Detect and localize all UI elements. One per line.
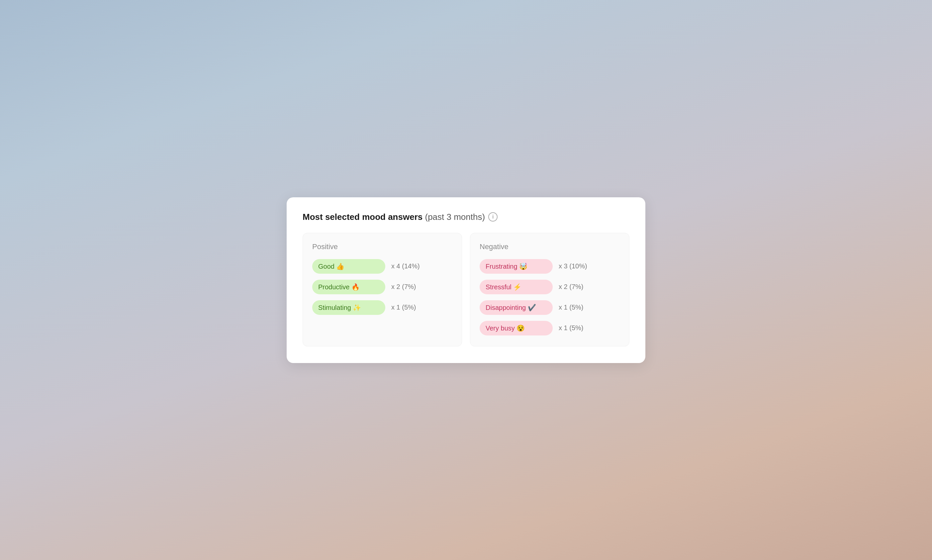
- info-icon[interactable]: i: [488, 212, 498, 222]
- mood-count-productive: x 2 (7%): [391, 283, 416, 291]
- mood-count-very-busy: x 1 (5%): [559, 324, 583, 332]
- mood-row: Stimulating ✨ x 1 (5%): [312, 300, 452, 315]
- columns: Positive Good 👍 x 4 (14%) Productive 🔥 x…: [303, 233, 629, 346]
- negative-column: Negative Frustrating 🤯 x 3 (10%) Stressf…: [470, 233, 629, 346]
- mood-tag-disappointing: Disappointing ✔️: [480, 300, 553, 315]
- mood-count-stimulating: x 1 (5%): [391, 303, 416, 311]
- mood-tag-productive: Productive 🔥: [312, 280, 385, 294]
- mood-answers-card: Most selected mood answers (past 3 month…: [287, 197, 645, 363]
- positive-column: Positive Good 👍 x 4 (14%) Productive 🔥 x…: [303, 233, 462, 346]
- card-header: Most selected mood answers (past 3 month…: [303, 212, 629, 222]
- mood-count-good: x 4 (14%): [391, 262, 420, 270]
- mood-row: Productive 🔥 x 2 (7%): [312, 280, 452, 294]
- mood-tag-good: Good 👍: [312, 259, 385, 274]
- card-subtitle: (past 3 months): [425, 212, 485, 222]
- mood-tag-very-busy: Very busy 😵: [480, 321, 553, 335]
- mood-tag-stimulating: Stimulating ✨: [312, 300, 385, 315]
- mood-row: Stressful ⚡ x 2 (7%): [480, 280, 620, 294]
- card-title: Most selected mood answers (past 3 month…: [303, 212, 485, 222]
- positive-column-title: Positive: [312, 243, 452, 251]
- mood-row: Disappointing ✔️ x 1 (5%): [480, 300, 620, 315]
- mood-count-stressful: x 2 (7%): [559, 283, 583, 291]
- mood-row: Good 👍 x 4 (14%): [312, 259, 452, 274]
- mood-row: Frustrating 🤯 x 3 (10%): [480, 259, 620, 274]
- negative-column-title: Negative: [480, 243, 620, 251]
- mood-count-frustrating: x 3 (10%): [559, 262, 587, 270]
- card-title-text: Most selected mood answers: [303, 212, 423, 222]
- mood-row: Very busy 😵 x 1 (5%): [480, 321, 620, 335]
- mood-tag-stressful: Stressful ⚡: [480, 280, 553, 294]
- mood-count-disappointing: x 1 (5%): [559, 303, 583, 311]
- mood-tag-frustrating: Frustrating 🤯: [480, 259, 553, 274]
